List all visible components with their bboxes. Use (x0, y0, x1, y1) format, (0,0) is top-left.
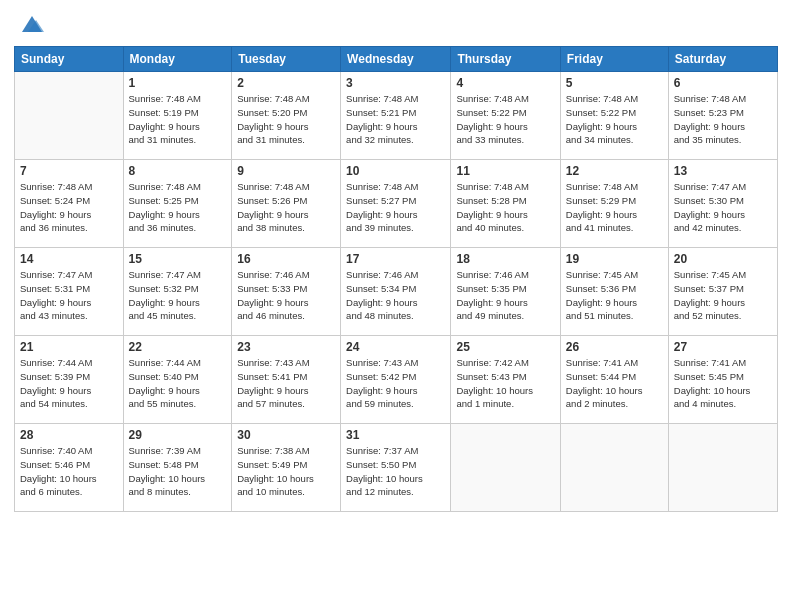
day-info: Sunrise: 7:48 AM Sunset: 5:22 PM Dayligh… (456, 92, 554, 147)
calendar-cell: 4Sunrise: 7:48 AM Sunset: 5:22 PM Daylig… (451, 72, 560, 160)
day-number: 4 (456, 76, 554, 90)
weekday-header-row: SundayMondayTuesdayWednesdayThursdayFrid… (15, 47, 778, 72)
day-info: Sunrise: 7:39 AM Sunset: 5:48 PM Dayligh… (129, 444, 227, 499)
calendar-cell: 31Sunrise: 7:37 AM Sunset: 5:50 PM Dayli… (341, 424, 451, 512)
calendar-cell: 22Sunrise: 7:44 AM Sunset: 5:40 PM Dayli… (123, 336, 232, 424)
header (14, 10, 778, 38)
day-number: 20 (674, 252, 772, 266)
day-number: 30 (237, 428, 335, 442)
calendar-cell (560, 424, 668, 512)
weekday-header-wednesday: Wednesday (341, 47, 451, 72)
day-number: 26 (566, 340, 663, 354)
day-info: Sunrise: 7:47 AM Sunset: 5:31 PM Dayligh… (20, 268, 118, 323)
calendar-cell: 15Sunrise: 7:47 AM Sunset: 5:32 PM Dayli… (123, 248, 232, 336)
day-info: Sunrise: 7:43 AM Sunset: 5:42 PM Dayligh… (346, 356, 445, 411)
day-info: Sunrise: 7:48 AM Sunset: 5:20 PM Dayligh… (237, 92, 335, 147)
calendar-table: SundayMondayTuesdayWednesdayThursdayFrid… (14, 46, 778, 512)
day-number: 6 (674, 76, 772, 90)
day-number: 23 (237, 340, 335, 354)
day-number: 1 (129, 76, 227, 90)
calendar-cell: 9Sunrise: 7:48 AM Sunset: 5:26 PM Daylig… (232, 160, 341, 248)
calendar-week-4: 21Sunrise: 7:44 AM Sunset: 5:39 PM Dayli… (15, 336, 778, 424)
day-info: Sunrise: 7:37 AM Sunset: 5:50 PM Dayligh… (346, 444, 445, 499)
calendar-cell: 21Sunrise: 7:44 AM Sunset: 5:39 PM Dayli… (15, 336, 124, 424)
day-number: 21 (20, 340, 118, 354)
logo-icon (18, 10, 46, 38)
calendar-cell (451, 424, 560, 512)
day-number: 9 (237, 164, 335, 178)
day-info: Sunrise: 7:44 AM Sunset: 5:40 PM Dayligh… (129, 356, 227, 411)
weekday-header-friday: Friday (560, 47, 668, 72)
day-info: Sunrise: 7:47 AM Sunset: 5:32 PM Dayligh… (129, 268, 227, 323)
day-number: 12 (566, 164, 663, 178)
calendar-cell: 28Sunrise: 7:40 AM Sunset: 5:46 PM Dayli… (15, 424, 124, 512)
calendar-week-1: 1Sunrise: 7:48 AM Sunset: 5:19 PM Daylig… (15, 72, 778, 160)
calendar-cell: 26Sunrise: 7:41 AM Sunset: 5:44 PM Dayli… (560, 336, 668, 424)
day-number: 29 (129, 428, 227, 442)
day-number: 16 (237, 252, 335, 266)
day-info: Sunrise: 7:48 AM Sunset: 5:25 PM Dayligh… (129, 180, 227, 235)
weekday-header-tuesday: Tuesday (232, 47, 341, 72)
day-number: 8 (129, 164, 227, 178)
day-info: Sunrise: 7:40 AM Sunset: 5:46 PM Dayligh… (20, 444, 118, 499)
calendar-cell: 7Sunrise: 7:48 AM Sunset: 5:24 PM Daylig… (15, 160, 124, 248)
day-number: 13 (674, 164, 772, 178)
day-number: 2 (237, 76, 335, 90)
calendar-cell: 18Sunrise: 7:46 AM Sunset: 5:35 PM Dayli… (451, 248, 560, 336)
weekday-header-monday: Monday (123, 47, 232, 72)
day-number: 25 (456, 340, 554, 354)
day-info: Sunrise: 7:38 AM Sunset: 5:49 PM Dayligh… (237, 444, 335, 499)
calendar-cell (668, 424, 777, 512)
calendar-cell: 14Sunrise: 7:47 AM Sunset: 5:31 PM Dayli… (15, 248, 124, 336)
day-number: 14 (20, 252, 118, 266)
day-number: 7 (20, 164, 118, 178)
day-info: Sunrise: 7:41 AM Sunset: 5:45 PM Dayligh… (674, 356, 772, 411)
day-info: Sunrise: 7:46 AM Sunset: 5:34 PM Dayligh… (346, 268, 445, 323)
calendar-cell: 13Sunrise: 7:47 AM Sunset: 5:30 PM Dayli… (668, 160, 777, 248)
weekday-header-thursday: Thursday (451, 47, 560, 72)
weekday-header-sunday: Sunday (15, 47, 124, 72)
calendar-week-2: 7Sunrise: 7:48 AM Sunset: 5:24 PM Daylig… (15, 160, 778, 248)
calendar-cell: 3Sunrise: 7:48 AM Sunset: 5:21 PM Daylig… (341, 72, 451, 160)
day-number: 17 (346, 252, 445, 266)
day-number: 10 (346, 164, 445, 178)
day-number: 24 (346, 340, 445, 354)
day-number: 28 (20, 428, 118, 442)
calendar-cell: 29Sunrise: 7:39 AM Sunset: 5:48 PM Dayli… (123, 424, 232, 512)
day-number: 3 (346, 76, 445, 90)
day-info: Sunrise: 7:48 AM Sunset: 5:29 PM Dayligh… (566, 180, 663, 235)
calendar-cell: 2Sunrise: 7:48 AM Sunset: 5:20 PM Daylig… (232, 72, 341, 160)
day-number: 11 (456, 164, 554, 178)
calendar-cell: 5Sunrise: 7:48 AM Sunset: 5:22 PM Daylig… (560, 72, 668, 160)
day-info: Sunrise: 7:48 AM Sunset: 5:21 PM Dayligh… (346, 92, 445, 147)
calendar-cell (15, 72, 124, 160)
calendar-cell: 8Sunrise: 7:48 AM Sunset: 5:25 PM Daylig… (123, 160, 232, 248)
calendar-cell: 30Sunrise: 7:38 AM Sunset: 5:49 PM Dayli… (232, 424, 341, 512)
calendar-cell: 23Sunrise: 7:43 AM Sunset: 5:41 PM Dayli… (232, 336, 341, 424)
day-info: Sunrise: 7:48 AM Sunset: 5:19 PM Dayligh… (129, 92, 227, 147)
day-info: Sunrise: 7:44 AM Sunset: 5:39 PM Dayligh… (20, 356, 118, 411)
calendar-cell: 20Sunrise: 7:45 AM Sunset: 5:37 PM Dayli… (668, 248, 777, 336)
calendar-week-3: 14Sunrise: 7:47 AM Sunset: 5:31 PM Dayli… (15, 248, 778, 336)
day-info: Sunrise: 7:48 AM Sunset: 5:24 PM Dayligh… (20, 180, 118, 235)
day-info: Sunrise: 7:43 AM Sunset: 5:41 PM Dayligh… (237, 356, 335, 411)
day-info: Sunrise: 7:48 AM Sunset: 5:28 PM Dayligh… (456, 180, 554, 235)
calendar-cell: 11Sunrise: 7:48 AM Sunset: 5:28 PM Dayli… (451, 160, 560, 248)
calendar-week-5: 28Sunrise: 7:40 AM Sunset: 5:46 PM Dayli… (15, 424, 778, 512)
calendar-cell: 27Sunrise: 7:41 AM Sunset: 5:45 PM Dayli… (668, 336, 777, 424)
day-info: Sunrise: 7:41 AM Sunset: 5:44 PM Dayligh… (566, 356, 663, 411)
calendar-cell: 16Sunrise: 7:46 AM Sunset: 5:33 PM Dayli… (232, 248, 341, 336)
day-info: Sunrise: 7:46 AM Sunset: 5:35 PM Dayligh… (456, 268, 554, 323)
calendar-cell: 1Sunrise: 7:48 AM Sunset: 5:19 PM Daylig… (123, 72, 232, 160)
calendar-cell: 25Sunrise: 7:42 AM Sunset: 5:43 PM Dayli… (451, 336, 560, 424)
day-info: Sunrise: 7:45 AM Sunset: 5:36 PM Dayligh… (566, 268, 663, 323)
day-info: Sunrise: 7:48 AM Sunset: 5:23 PM Dayligh… (674, 92, 772, 147)
day-info: Sunrise: 7:48 AM Sunset: 5:26 PM Dayligh… (237, 180, 335, 235)
calendar-cell: 10Sunrise: 7:48 AM Sunset: 5:27 PM Dayli… (341, 160, 451, 248)
weekday-header-saturday: Saturday (668, 47, 777, 72)
calendar-cell: 12Sunrise: 7:48 AM Sunset: 5:29 PM Dayli… (560, 160, 668, 248)
day-number: 27 (674, 340, 772, 354)
day-info: Sunrise: 7:47 AM Sunset: 5:30 PM Dayligh… (674, 180, 772, 235)
day-number: 22 (129, 340, 227, 354)
logo (14, 10, 46, 38)
